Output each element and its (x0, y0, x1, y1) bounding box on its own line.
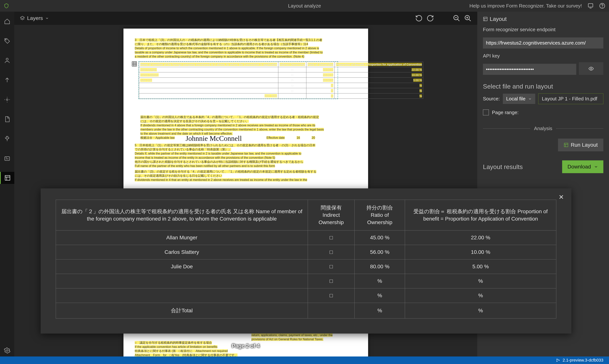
run-label: Run Layout (571, 142, 598, 148)
rotate-left-button[interactable] (415, 14, 423, 22)
chevron-down-icon (45, 16, 49, 20)
table-row: Julie Doe□80.00 %5.00 % (139, 78, 423, 83)
sidebar-prebuilt[interactable] (0, 152, 14, 164)
svg-point-3 (5, 39, 6, 40)
run-icon (564, 143, 568, 147)
canvas-area: Layers 3 日本で租税上「(3)」の外国法人の・の税条約の適用により納税額… (14, 12, 477, 356)
panel-heading: Layout (483, 16, 603, 22)
endpoint-label: Form recognizer service endpoint (483, 27, 603, 33)
layout-icon (483, 16, 488, 21)
version-text: 2.1-preview.3-dcfb033 (563, 358, 603, 363)
table-row: Allan Munger □ 45.00 % 22.00 % (56, 230, 556, 245)
preview-th-name: Name of member of the foreign company me… (140, 63, 277, 66)
select-file-heading: Select file and run layout (483, 83, 603, 90)
page-indicator: Page 2 of 4 (232, 343, 260, 349)
download-button[interactable]: Download (562, 160, 603, 173)
app-title: Layout analyze (288, 3, 321, 9)
source-label: Source: (483, 96, 500, 102)
sidebar-compose[interactable] (0, 74, 14, 86)
app-logo-icon (4, 3, 9, 8)
zoom-in-button[interactable] (464, 14, 472, 22)
preview-th-ratio: Ratio of Ownership (308, 63, 334, 66)
rotate-right-button[interactable] (426, 14, 434, 22)
sidebar-train[interactable] (0, 54, 14, 66)
statusbar: 2.1-preview.3-dcfb033 (0, 356, 609, 364)
eye-icon (588, 66, 594, 71)
overlay-th-name: 届出書の「２」の外国法人の株主等で租税条約の適用を受ける者の氏名 又は名称 Na… (56, 200, 308, 231)
sidebar-analyze[interactable] (0, 94, 14, 106)
sidebar-connect[interactable] (0, 133, 14, 145)
zoom-out-button[interactable] (453, 14, 460, 22)
branch-icon (556, 358, 560, 362)
overlay-th-ratio: 持分の割合 Ratio of Ownership (354, 200, 405, 231)
titlebar: Layout analyze Help us improve Form Reco… (0, 0, 609, 12)
effective-month: 20 (312, 136, 315, 139)
preview-table: Name of member of the foreign company me… (138, 61, 338, 99)
svg-rect-14 (564, 143, 568, 147)
svg-rect-11 (132, 62, 137, 66)
table-row: Carlos Slattery □ 56.00 % 10.00 % (56, 245, 556, 259)
table-row: Julie Doe □ 80.00 % 5.00 % (56, 259, 556, 274)
table-row: □%% (139, 83, 423, 88)
source-value: Local file (506, 96, 526, 102)
svg-point-8 (6, 350, 8, 351)
preview-th-benefit: Proportion of Benefit = Proportion for A… (336, 63, 422, 66)
signature-text: Johnnie McConnell (186, 134, 242, 143)
survey-link[interactable]: Help us improve Form Recognizer. Take ou… (469, 3, 582, 9)
sidebar-layout[interactable] (0, 172, 14, 184)
apikey-label: API key (483, 53, 603, 59)
svg-point-15 (556, 359, 557, 360)
svg-point-16 (556, 361, 557, 362)
run-layout-button[interactable]: Run Layout (558, 139, 603, 151)
table-row: □ % % (56, 288, 556, 303)
layers-dropdown[interactable]: Layers (20, 15, 49, 21)
svg-point-13 (590, 68, 592, 69)
overlay-table: 届出書の「２」の外国法人の株主等で租税条約の適用を受ける者の氏名 又は名称 Na… (56, 200, 556, 318)
panel-heading-text: Layout (490, 16, 507, 22)
table-row-total: 合計 Total%% (139, 93, 423, 99)
analysis-divider-label: Analysis (534, 126, 552, 131)
svg-rect-12 (484, 17, 487, 21)
svg-rect-7 (5, 175, 10, 180)
source-select[interactable]: Local file (503, 94, 535, 104)
endpoint-input[interactable] (483, 38, 603, 49)
sidebar (0, 12, 14, 356)
result-table-overlay: ✕ 届出書の「２」の外国法人の株主等で租税条約の適用を受ける者の氏名 又は名称 … (41, 188, 571, 334)
table-row: □ % % (56, 274, 556, 288)
sidebar-settings[interactable] (0, 344, 14, 356)
preview-th-indirect: Indirect Ownership (280, 63, 305, 66)
download-label: Download (568, 164, 591, 170)
canvas-toolbar: Layers (14, 12, 477, 25)
results-heading: Layout results (483, 163, 523, 170)
effective-day: 16 (297, 136, 300, 139)
help-icon[interactable] (599, 3, 605, 9)
sidebar-document[interactable] (0, 113, 14, 125)
show-password-button[interactable] (579, 62, 603, 75)
close-button[interactable]: ✕ (559, 193, 564, 201)
sidebar-home[interactable] (0, 15, 14, 27)
svg-rect-0 (588, 4, 593, 7)
feedback-icon[interactable] (588, 3, 594, 9)
page-range-checkbox[interactable] (483, 109, 489, 116)
table-row-total: 合計Total % % (56, 303, 556, 318)
table-icon (131, 61, 137, 67)
svg-rect-6 (5, 157, 10, 161)
svg-point-5 (6, 99, 8, 101)
chevron-down-icon (528, 97, 532, 101)
table-row: □%% (139, 88, 423, 93)
chevron-down-icon (594, 165, 598, 169)
layers-label: Layers (27, 15, 43, 21)
sidebar-tag[interactable] (0, 35, 14, 47)
apikey-input[interactable] (483, 64, 576, 75)
page-range-label: Page range: (492, 110, 519, 116)
table-row: Carlos Slattery□56.00 %10.00 % (139, 72, 423, 78)
svg-point-4 (6, 58, 8, 60)
table-row: Allan Munger□45.00 %22.00 % (139, 67, 423, 72)
overlay-th-indirect: 間接保有 Indirect Ownership (308, 200, 354, 231)
file-chip[interactable]: Layout JP 1 - Filled In.pdf (538, 93, 603, 104)
effective-date-label: Effective date (267, 136, 285, 139)
overlay-th-benefit: 受益の割合＝ 租税条約の適用を受ける割合 Proportion of benef… (405, 200, 556, 231)
